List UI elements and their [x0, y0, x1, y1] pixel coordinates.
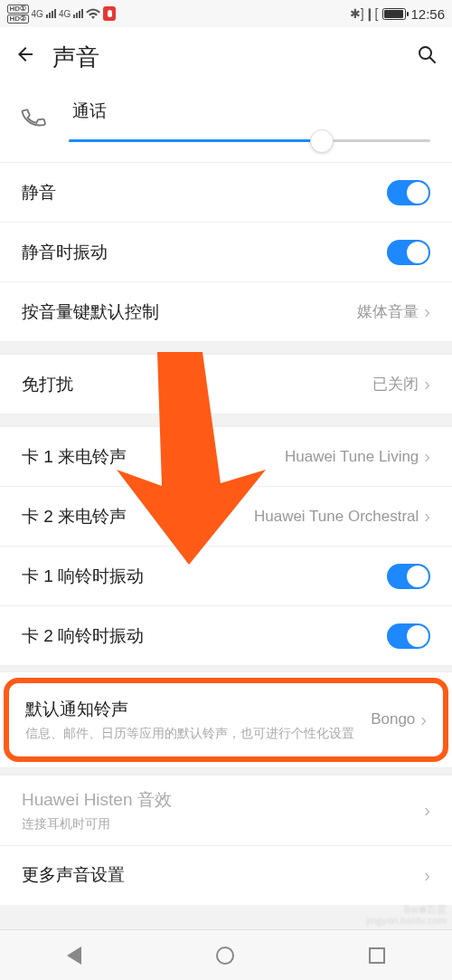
status-bar: HD① HD② 4G 4G ✱]❙[ 12:56 [0, 0, 452, 27]
page-header: 声音 [0, 27, 452, 87]
sim1-vibrate-row[interactable]: 卡 1 响铃时振动 [0, 546, 452, 605]
page-title: 声音 [52, 42, 400, 73]
hd1-badge: HD① [7, 5, 29, 14]
silent-label: 静音 [22, 181, 387, 205]
slider-thumb[interactable] [310, 129, 334, 153]
nav-home-button[interactable] [216, 947, 234, 965]
mic-icon [103, 6, 116, 21]
clock: 12:56 [410, 6, 445, 22]
chevron-icon: › [424, 374, 430, 395]
vibrate-on-silent-row[interactable]: 静音时振动 [0, 222, 452, 281]
chevron-icon: › [424, 301, 430, 322]
wifi-icon [86, 6, 100, 22]
dnd-label: 免打扰 [22, 373, 372, 396]
chevron-icon: › [420, 709, 427, 730]
section-gap [0, 414, 452, 426]
sim2-ringtone-row[interactable]: 卡 2 来电铃声 Huawei Tune Orchestral › [0, 486, 452, 546]
settings-list: 通话 静音 静音时振动 按音量键默认控制 媒体音量 › 免打扰 已关闭 › 卡 … [0, 87, 452, 905]
hd2-badge: HD② [7, 14, 29, 24]
sim1-vibrate-toggle[interactable] [387, 564, 430, 589]
signal-icon-2 [73, 9, 83, 18]
back-button[interactable] [14, 43, 36, 71]
histen-row[interactable]: Huawei Histen 音效 连接耳机时可用 › [0, 775, 452, 845]
watermark-line1: Bai❀百度 [366, 904, 447, 915]
status-left: HD① HD② 4G 4G [7, 5, 116, 24]
volume-key-default-value: 媒体音量 [357, 301, 419, 322]
default-notification-row[interactable]: 默认通知铃声 信息、邮件、日历等应用的默认铃声，也可进行个性化设置 Bongo … [9, 683, 443, 756]
battery-icon [382, 8, 406, 20]
nav-bar [0, 929, 452, 980]
status-right: ✱]❙[ 12:56 [350, 6, 445, 22]
more-sound-label: 更多声音设置 [22, 863, 424, 887]
section-gap [0, 341, 452, 354]
vibrate-on-silent-toggle[interactable] [387, 240, 430, 265]
dnd-row[interactable]: 免打扰 已关闭 › [0, 354, 452, 414]
highlight-annotation: 默认通知铃声 信息、邮件、日历等应用的默认铃声，也可进行个性化设置 Bongo … [4, 678, 448, 762]
watermark: Bai❀百度 jingyan.baidu.com [366, 904, 447, 926]
call-volume-row: 通话 [0, 87, 452, 162]
signal-icon-1 [46, 9, 56, 18]
sim2-vibrate-label: 卡 2 响铃时振动 [22, 624, 387, 648]
section-gap [0, 665, 452, 672]
call-volume-slider[interactable] [69, 139, 430, 142]
nav-back-button[interactable] [67, 947, 81, 965]
sim2-vibrate-row[interactable]: 卡 2 响铃时振动 [0, 605, 452, 665]
volume-key-default-row[interactable]: 按音量键默认控制 媒体音量 › [0, 281, 452, 341]
net-label-1: 4G [32, 9, 43, 19]
phone-icon [18, 102, 51, 139]
sim1-vibrate-label: 卡 1 响铃时振动 [22, 565, 387, 588]
sim2-vibrate-toggle[interactable] [387, 623, 430, 649]
histen-sub: 连接耳机时可用 [22, 815, 424, 833]
chevron-icon: › [424, 506, 430, 527]
watermark-line2: jingyan.baidu.com [366, 915, 447, 926]
volume-key-default-label: 按音量键默认控制 [22, 300, 357, 324]
slider-label: 通话 [72, 100, 430, 123]
search-button[interactable] [416, 43, 438, 71]
default-notification-sub: 信息、邮件、日历等应用的默认铃声，也可进行个性化设置 [25, 725, 371, 742]
nav-recent-button[interactable] [369, 947, 385, 964]
histen-label: Huawei Histen 音效 [22, 788, 424, 812]
default-notification-label: 默认通知铃声 [25, 698, 371, 721]
sim2-ringtone-value: Huawei Tune Orchestral [254, 508, 419, 526]
sim1-ringtone-row[interactable]: 卡 1 来电铃声 Huawei Tune Living › [0, 426, 452, 486]
dnd-value: 已关闭 [372, 374, 419, 395]
default-notification-value: Bongo [371, 710, 415, 728]
sim1-ringtone-label: 卡 1 来电铃声 [22, 445, 285, 469]
svg-line-1 [430, 58, 436, 63]
sim2-ringtone-label: 卡 2 来电铃声 [22, 505, 254, 528]
more-sound-row[interactable]: 更多声音设置 › [0, 845, 452, 905]
bluetooth-vibrate-icon: ✱]❙[ [350, 6, 379, 21]
silent-toggle[interactable] [387, 180, 430, 205]
vibrate-on-silent-label: 静音时振动 [22, 241, 387, 264]
sim1-ringtone-value: Huawei Tune Living [285, 448, 419, 466]
section-gap [0, 767, 452, 775]
chevron-icon: › [424, 800, 430, 821]
silent-row[interactable]: 静音 [0, 162, 452, 222]
net-label-2: 4G [59, 9, 71, 19]
chevron-icon: › [424, 446, 430, 467]
chevron-icon: › [424, 865, 430, 886]
